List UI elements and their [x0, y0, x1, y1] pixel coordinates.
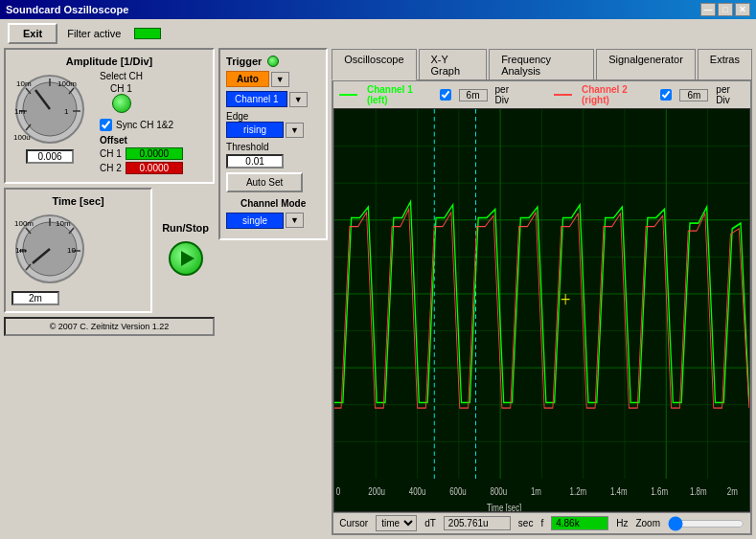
ch2-per-div-input[interactable]	[679, 89, 708, 101]
tab-extras[interactable]: Extras	[698, 49, 752, 80]
cursor-type-select[interactable]: time	[376, 515, 417, 531]
oscilloscope-content: Channel 1 (left) per Div Channel 2 (righ…	[332, 79, 752, 535]
auto-set-button[interactable]: Auto Set	[226, 172, 303, 192]
f-input[interactable]	[551, 516, 608, 530]
svg-text:1m: 1m	[14, 107, 25, 116]
maximize-button[interactable]: □	[718, 3, 733, 16]
svg-text:600u: 600u	[449, 486, 467, 497]
tab-signalgenerator[interactable]: Signalgenerator	[596, 49, 696, 80]
time-knob[interactable]: 100m 10m 1m 10	[11, 211, 88, 287]
filter-active-label: Filter active	[67, 28, 121, 39]
svg-text:800u: 800u	[491, 486, 508, 497]
title-bar: Soundcard Oszilloscope — □ ✕	[0, 0, 756, 19]
scope-svg: 0 200u 400u 600u 800u 1m 1.2m 1.4m 1.6m …	[334, 109, 749, 511]
ch1-per-div-label: per Div	[495, 84, 524, 105]
tabs-bar: Oscilloscope X-Y Graph Frequency Analysi…	[332, 48, 752, 79]
trigger-header: Trigger	[226, 56, 320, 67]
ch1-checkbox[interactable]	[440, 89, 451, 101]
run-stop-title: Run/Stop	[162, 222, 209, 234]
offset-label: Offset	[100, 135, 183, 146]
time-spinner[interactable]	[11, 291, 59, 305]
svg-text:1: 1	[64, 107, 69, 116]
channel-mode-label: Channel Mode	[226, 198, 320, 209]
svg-text:400u: 400u	[409, 486, 426, 497]
trigger-edge-dropdown[interactable]: ▼	[286, 123, 304, 138]
ch1-label: CH 1	[100, 83, 143, 94]
ch1-per-div-input[interactable]	[459, 89, 488, 101]
trigger-edge-row: rising ▼	[226, 122, 320, 138]
bottom-bar: Cursor time dT sec f Hz Zoom	[333, 512, 750, 533]
exit-button[interactable]: Exit	[8, 23, 57, 44]
trigger-channel-row: Channel 1 ▼	[226, 91, 320, 107]
channel-mode-row: single ▼	[226, 211, 320, 229]
cursor-type-dropdown: time	[376, 515, 417, 531]
ch2-line-indicator	[554, 94, 572, 96]
time-section: Time [sec] 100m 10m 1m	[4, 188, 152, 313]
offset-ch2-row: CH 2	[100, 162, 183, 174]
zoom-label: Zoom	[635, 518, 660, 528]
ch2-checkbox[interactable]	[660, 89, 672, 101]
trigger-led	[267, 56, 279, 67]
trigger-auto-dropdown[interactable]: ▼	[271, 72, 289, 87]
filter-led	[134, 28, 161, 39]
trigger-auto-row: Auto ▼	[226, 71, 320, 87]
sync-label: Sync CH 1&2	[116, 120, 173, 130]
svg-text:1.4m: 1.4m	[610, 486, 628, 497]
channel-mode-dropdown[interactable]: ▼	[286, 213, 304, 228]
ch1-label-bar: Channel 1 (left)	[367, 84, 432, 105]
svg-text:1.2m: 1.2m	[570, 486, 587, 497]
svg-text:1.6m: 1.6m	[652, 486, 669, 497]
zoom-slider[interactable]	[668, 516, 745, 531]
svg-text:1m: 1m	[15, 246, 26, 255]
svg-text:0: 0	[336, 486, 340, 497]
svg-text:1.8m: 1.8m	[690, 486, 707, 497]
channel-mode-section: Channel Mode single ▼	[226, 198, 320, 229]
sync-checkbox-area: Sync CH 1&2	[100, 119, 173, 131]
title-bar-buttons: — □ ✕	[700, 3, 750, 16]
time-runstop-row: Time [sec] 100m 10m 1m	[4, 188, 215, 313]
amplitude-spinner[interactable]	[26, 149, 74, 164]
trigger-rising-button[interactable]: rising	[226, 122, 284, 138]
svg-text:10: 10	[67, 246, 76, 255]
copyright: © 2007 C. Zeitnitz Version 1.22	[4, 317, 215, 336]
offset-section: Offset CH 1 CH 2	[100, 135, 183, 176]
svg-text:100m: 100m	[57, 79, 77, 88]
svg-text:100u: 100u	[13, 133, 31, 142]
svg-text:Time [sec]: Time [sec]	[487, 503, 521, 511]
close-button[interactable]: ✕	[735, 3, 750, 16]
tab-frequency-analysis[interactable]: Frequency Analysis	[489, 49, 594, 80]
amplitude-knob[interactable]: 10m 100m 1m 1 100u	[11, 71, 88, 147]
tab-oscilloscope[interactable]: Oscilloscope	[332, 49, 416, 80]
run-stop-button[interactable]	[169, 241, 203, 276]
trigger-auto-button[interactable]: Auto	[226, 71, 269, 87]
sync-checkbox[interactable]	[100, 119, 112, 131]
main-container: Exit Filter active Amplitude [1/Div]	[0, 19, 756, 539]
dt-unit: sec	[518, 518, 534, 528]
trigger-channel-button[interactable]: Channel 1	[226, 91, 287, 107]
tab-xy-graph[interactable]: X-Y Graph	[419, 49, 488, 80]
amplitude-knob-area: 10m 100m 1m 1 100u	[11, 71, 88, 164]
left-panel: Amplitude [1/Div]	[4, 48, 215, 535]
f-unit: Hz	[616, 518, 628, 528]
svg-text:100m: 100m	[14, 219, 34, 228]
ch2-label-bar: Channel 2 (right)	[582, 84, 653, 105]
select-ch-label: Select CH CH 1	[100, 71, 143, 113]
right-panel: Oscilloscope X-Y Graph Frequency Analysi…	[332, 48, 752, 535]
offset-ch2-input[interactable]	[126, 162, 183, 174]
offset-ch2-label: CH 2	[100, 163, 122, 173]
offset-ch1-input[interactable]	[126, 147, 183, 160]
select-ch-text: Select CH	[100, 71, 143, 81]
threshold-input[interactable]	[226, 154, 284, 168]
trigger-channel-dropdown[interactable]: ▼	[289, 92, 308, 107]
offset-ch1-row: CH 1	[100, 147, 183, 160]
svg-text:2m: 2m	[727, 486, 738, 497]
svg-text:1m: 1m	[531, 486, 541, 497]
dt-input[interactable]	[444, 516, 511, 530]
ch1-line-indicator	[339, 94, 357, 96]
content-area: Amplitude [1/Div]	[0, 48, 756, 539]
offset-ch1-label: CH 1	[100, 148, 122, 159]
top-bar: Exit Filter active	[0, 19, 756, 48]
select-ch-area: Select CH CH 1 Sync CH 1&2 Offset CH 1	[100, 71, 207, 176]
minimize-button[interactable]: —	[700, 3, 716, 16]
channel-mode-button[interactable]: single	[226, 213, 284, 229]
